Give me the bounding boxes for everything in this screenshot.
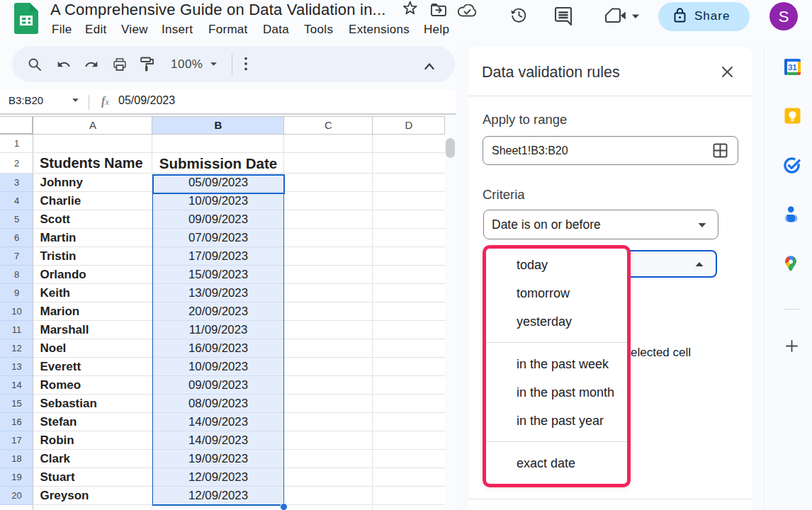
svg-text:31: 31 xyxy=(788,63,797,72)
